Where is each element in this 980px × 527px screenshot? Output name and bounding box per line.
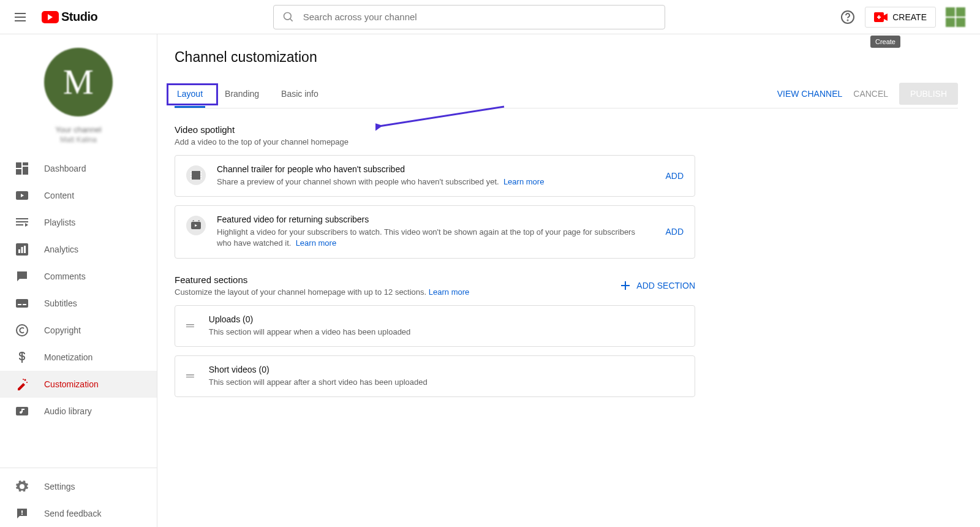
create-button[interactable]: CREATE bbox=[865, 7, 936, 28]
svg-rect-23 bbox=[23, 304, 26, 305]
svg-rect-33 bbox=[21, 514, 23, 515]
svg-rect-49 bbox=[621, 285, 630, 286]
nav-label: Send feedback bbox=[44, 509, 101, 518]
sidebar-item-playlists[interactable]: Playlists bbox=[0, 209, 157, 236]
sidebar-item-subtitles[interactable]: Subtitles bbox=[0, 290, 157, 317]
add-button[interactable]: ADD bbox=[665, 227, 684, 237]
svg-point-3 bbox=[848, 20, 848, 20]
svg-rect-22 bbox=[18, 304, 21, 305]
featured-video-icon bbox=[186, 216, 206, 235]
create-label: CREATE bbox=[892, 12, 927, 22]
svg-rect-21 bbox=[16, 299, 28, 308]
tab-branding[interactable]: Branding bbox=[222, 80, 262, 107]
svg-rect-36 bbox=[190, 171, 192, 172]
nav-label: Playlists bbox=[44, 218, 75, 227]
nav-bottom: Settings Send feedback bbox=[0, 468, 157, 527]
svg-marker-47 bbox=[198, 220, 200, 221]
sidebar-item-analytics[interactable]: Analytics bbox=[0, 236, 157, 263]
sidebar-item-settings[interactable]: Settings bbox=[0, 473, 157, 500]
svg-rect-15 bbox=[16, 224, 23, 226]
sidebar-item-customization[interactable]: Customization bbox=[0, 371, 157, 398]
nav: Dashboard Content Playlists Analytics Co… bbox=[0, 155, 157, 425]
drag-handle-icon[interactable]: ═ bbox=[186, 319, 194, 332]
logo-text: Studio bbox=[61, 10, 97, 24]
svg-rect-43 bbox=[200, 178, 202, 180]
page-title: Channel customization bbox=[175, 49, 958, 66]
featured-card-shorts: ═ Short videos (0) This section will app… bbox=[175, 355, 695, 397]
nav-label: Copyright bbox=[44, 325, 81, 335]
svg-marker-16 bbox=[25, 223, 28, 227]
menu-icon[interactable] bbox=[15, 10, 29, 25]
video-spotlight-section: Video spotlight Add a video to the top o… bbox=[175, 124, 695, 259]
svg-rect-39 bbox=[190, 178, 192, 180]
svg-line-34 bbox=[379, 107, 504, 126]
search-input[interactable] bbox=[303, 12, 656, 22]
drag-handle-icon[interactable]: ═ bbox=[186, 370, 194, 382]
publish-button: PUBLISH bbox=[899, 83, 958, 105]
search-box[interactable] bbox=[273, 5, 665, 29]
feedback-icon bbox=[15, 506, 29, 521]
logo[interactable]: Studio bbox=[42, 10, 97, 24]
view-channel-button[interactable]: VIEW CHANNEL bbox=[777, 89, 843, 99]
channel-label: Your channel bbox=[55, 125, 101, 134]
svg-rect-14 bbox=[16, 221, 28, 222]
sidebar-item-copyright[interactable]: Copyright bbox=[0, 317, 157, 344]
learn-more-link[interactable]: Learn more bbox=[503, 177, 544, 186]
svg-rect-8 bbox=[23, 162, 28, 165]
sidebar-item-dashboard[interactable]: Dashboard bbox=[0, 155, 157, 182]
svg-rect-6 bbox=[878, 15, 880, 19]
tab-row: Layout Branding Basic info VIEW CHANNEL … bbox=[175, 79, 958, 108]
add-section-button[interactable]: ADD SECTION bbox=[619, 279, 695, 292]
analytics-icon bbox=[15, 242, 29, 257]
svg-marker-46 bbox=[192, 220, 194, 221]
featured-sub: Customize the layout of your channel hom… bbox=[175, 287, 469, 297]
svg-rect-10 bbox=[16, 169, 21, 175]
gear-icon bbox=[15, 479, 29, 494]
svg-point-25 bbox=[24, 379, 26, 381]
learn-more-link[interactable]: Learn more bbox=[429, 287, 469, 297]
learn-more-link[interactable]: Learn more bbox=[296, 238, 336, 248]
plus-icon bbox=[619, 279, 631, 292]
channel-name: Matt Kalina bbox=[60, 135, 97, 144]
tab-layout[interactable]: Layout bbox=[175, 80, 205, 107]
sidebar-item-feedback[interactable]: Send feedback bbox=[0, 500, 157, 527]
nav-label: Settings bbox=[44, 482, 75, 491]
channel-block: M Your channel Matt Kalina bbox=[0, 34, 157, 155]
help-icon[interactable] bbox=[840, 10, 855, 25]
add-section-label: ADD SECTION bbox=[636, 281, 695, 290]
featured-sections: Featured sections Customize the layout o… bbox=[175, 275, 695, 397]
youtube-logo-icon bbox=[42, 11, 59, 23]
nav-label: Audio library bbox=[44, 406, 92, 416]
svg-line-1 bbox=[290, 18, 292, 21]
account-avatar[interactable] bbox=[946, 7, 965, 27]
comments-icon bbox=[15, 269, 29, 284]
sidebar-item-comments[interactable]: Comments bbox=[0, 263, 157, 290]
nav-label: Analytics bbox=[44, 245, 78, 254]
featured-title: Featured sections bbox=[175, 275, 469, 285]
sidebar-item-audio-library[interactable]: Audio library bbox=[0, 398, 157, 425]
svg-rect-31 bbox=[21, 409, 24, 410]
svg-rect-20 bbox=[24, 246, 26, 253]
main: Channel customization Layout Branding Ba… bbox=[157, 34, 980, 527]
copyright-icon bbox=[15, 323, 29, 338]
cancel-button[interactable]: CANCEL bbox=[853, 89, 888, 99]
card-sub: This section will appear after a short v… bbox=[209, 377, 684, 388]
tab-basic-info[interactable]: Basic info bbox=[279, 80, 321, 107]
svg-point-0 bbox=[284, 12, 291, 20]
svg-rect-18 bbox=[18, 249, 20, 253]
add-button[interactable]: ADD bbox=[665, 171, 684, 181]
subtitles-icon bbox=[15, 296, 29, 311]
svg-rect-38 bbox=[190, 176, 192, 177]
spotlight-sub: Add a video to the top of your channel h… bbox=[175, 137, 695, 146]
sidebar-item-monetization[interactable]: Monetization bbox=[0, 344, 157, 371]
card-title: Short videos (0) bbox=[209, 365, 684, 374]
card-sub: This section will appear when a video ha… bbox=[209, 327, 684, 338]
svg-point-24 bbox=[17, 325, 28, 336]
spotlight-card-trailer: Channel trailer for people who haven't s… bbox=[175, 155, 695, 197]
nav-label: Comments bbox=[44, 271, 86, 281]
card-title: Uploads (0) bbox=[209, 314, 684, 324]
sidebar-item-content[interactable]: Content bbox=[0, 182, 157, 209]
channel-avatar[interactable]: M bbox=[44, 48, 113, 116]
svg-rect-41 bbox=[200, 173, 202, 175]
card-title: Channel trailer for people who haven't s… bbox=[217, 164, 648, 174]
